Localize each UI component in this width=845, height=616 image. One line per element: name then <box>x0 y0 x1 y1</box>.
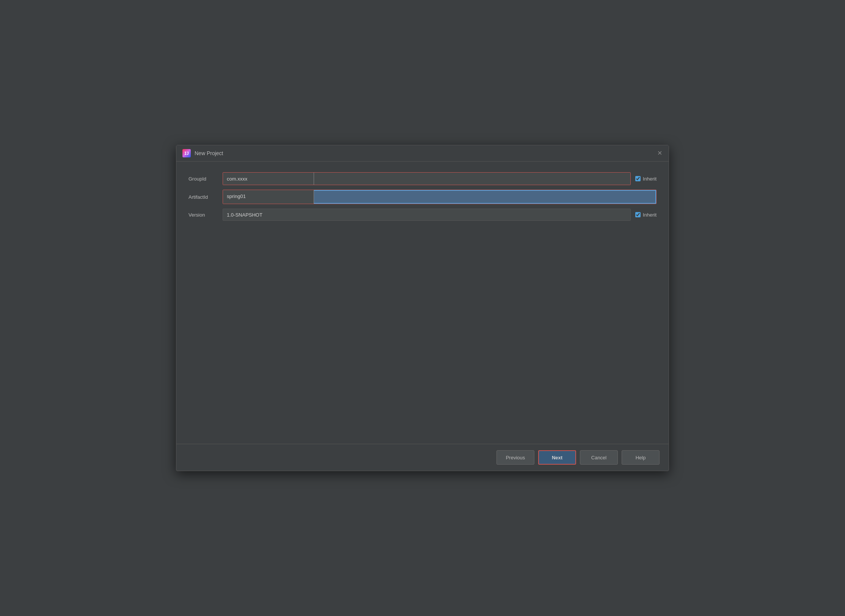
version-inherit-wrap: Inherit <box>635 212 657 218</box>
dialog-title: New Project <box>195 150 223 156</box>
app-icon: IJ <box>182 149 191 157</box>
artifactid-field-wrap <box>223 190 657 204</box>
title-bar-left: IJ New Project <box>182 149 223 157</box>
help-button[interactable]: Help <box>622 450 660 465</box>
groupid-inherit-wrap: Inherit <box>635 176 657 182</box>
previous-button[interactable]: Previous <box>496 450 534 465</box>
groupid-inherit-label: Inherit <box>643 176 657 182</box>
artifactid-row: ArtifactId <box>188 190 657 204</box>
version-inherit-label: Inherit <box>643 212 657 218</box>
artifactid-right-input[interactable] <box>314 191 655 203</box>
artifactid-left-input[interactable] <box>223 190 314 202</box>
groupid-input-wrap <box>223 172 631 185</box>
groupid-right-section <box>314 173 630 185</box>
title-bar: IJ New Project ✕ <box>176 145 669 162</box>
version-row: Version Inherit <box>188 209 657 221</box>
artifactid-left-section <box>223 190 314 204</box>
dialog-content: GroupId Inherit ArtifactId <box>176 162 669 444</box>
artifactid-label: ArtifactId <box>188 194 223 200</box>
version-label: Version <box>188 212 223 218</box>
version-input[interactable] <box>223 209 631 221</box>
new-project-dialog: IJ New Project ✕ GroupId Inherit <box>176 145 669 471</box>
groupid-left-section <box>223 173 314 185</box>
groupid-row: GroupId Inherit <box>188 172 657 185</box>
next-button[interactable]: Next <box>538 450 576 465</box>
groupid-inherit-checkbox[interactable] <box>635 176 641 181</box>
groupid-right-input[interactable] <box>314 173 630 185</box>
artifactid-input-wrap <box>223 190 657 204</box>
version-inherit-checkbox[interactable] <box>635 212 641 217</box>
groupid-label: GroupId <box>188 176 223 182</box>
version-field-wrap: Inherit <box>223 209 657 221</box>
artifactid-right-section <box>314 190 656 204</box>
content-spacer <box>188 225 657 433</box>
groupid-field-wrap: Inherit <box>223 172 657 185</box>
cancel-button[interactable]: Cancel <box>580 450 618 465</box>
dialog-footer: Previous Next Cancel Help <box>176 444 669 471</box>
close-button[interactable]: ✕ <box>657 150 663 156</box>
groupid-left-input[interactable] <box>223 173 314 185</box>
